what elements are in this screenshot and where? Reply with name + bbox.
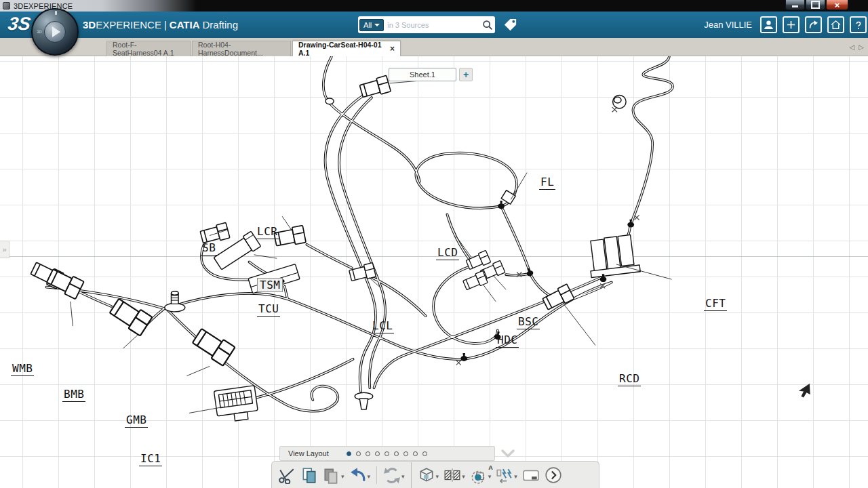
view-layout-dots[interactable] [347, 451, 427, 456]
minimize-icon[interactable] [785, 0, 805, 10]
brand-catia: CATIA [170, 19, 200, 30]
paste-button[interactable] [321, 464, 347, 487]
tab-close-icon[interactable]: × [390, 44, 395, 54]
sheet-background-button[interactable] [520, 464, 542, 487]
undo-button[interactable] [347, 464, 373, 487]
cursor-pointer [799, 384, 810, 397]
window-controls [785, 0, 848, 10]
device-ic1[interactable] [214, 386, 258, 424]
device-cft[interactable] [587, 234, 640, 277]
sheet-tab[interactable]: Sheet.1 [389, 68, 456, 81]
toolbar-separator [376, 466, 377, 484]
chevron-down-icon[interactable] [461, 469, 465, 481]
view-layout-label: View Layout [288, 449, 329, 458]
layout-dot[interactable] [384, 451, 389, 456]
funnel-grommet[interactable] [355, 392, 373, 409]
layout-dot[interactable] [366, 451, 370, 456]
fastener-clip[interactable] [613, 96, 626, 108]
share-button[interactable] [805, 16, 822, 33]
connector-fl[interactable] [501, 190, 515, 204]
compass-play-area[interactable] [44, 21, 66, 43]
panel-expand-icon[interactable] [0, 241, 9, 258]
sheet-tab-label: Sheet.1 [410, 70, 435, 79]
add-sheet-button[interactable]: + [459, 68, 473, 81]
paste-icon [323, 466, 340, 484]
more-tools-button[interactable] [542, 464, 564, 487]
window-title-area: 3DEXPERIENCE [0, 0, 197, 12]
iso-view-icon [418, 466, 435, 484]
connector-hdc[interactable] [462, 270, 488, 291]
copy-button[interactable] [298, 464, 320, 487]
view-layout-bar[interactable]: View Layout [279, 446, 495, 461]
layout-dot[interactable] [394, 451, 399, 456]
header-right-cluster: Jean VILLIE [704, 12, 868, 38]
chevron-down-icon[interactable] [435, 469, 439, 481]
harness-label-sb: SB [201, 241, 217, 256]
sheet-background-icon [522, 466, 540, 484]
chevron-down-icon[interactable] [367, 469, 371, 481]
chevron-down-icon[interactable] [401, 469, 405, 481]
more-tools-icon [545, 466, 562, 484]
app-window-icon [3, 2, 10, 9]
avatar-icon [763, 19, 774, 30]
add-content-button[interactable] [783, 16, 800, 33]
detail-view-icon [470, 466, 488, 484]
layout-dot[interactable] [422, 451, 427, 456]
tag-icon[interactable] [502, 17, 518, 33]
harness-label-bsc: BSC [517, 315, 540, 329]
layout-dot[interactable] [403, 451, 408, 456]
add-sheet-icon: + [463, 69, 469, 80]
layout-dot[interactable] [356, 451, 361, 456]
detail-view-button[interactable]: A [468, 464, 494, 487]
undo-icon [349, 466, 367, 484]
tab-scroll-right-icon[interactable] [859, 43, 864, 52]
search-box[interactable]: All [358, 16, 495, 33]
tab-drawing-carseat-active[interactable]: Drawing-CarSeat-H04-01 A.1 × [292, 41, 401, 56]
tab-scroll-left-icon[interactable] [850, 43, 855, 52]
user-name: Jean VILLIE [704, 20, 752, 30]
layout-dot-active[interactable] [347, 451, 351, 456]
play-icon [52, 26, 60, 37]
update-button[interactable] [381, 464, 407, 487]
layout-dot[interactable] [375, 451, 380, 456]
harness-label-tsm[interactable]: TSM [257, 278, 283, 292]
drawing-canvas[interactable]: FL LCR SB TSM TCU LCL LCD BSC HDC CFT RC… [0, 56, 868, 488]
3d-compass[interactable]: 3D [31, 8, 79, 56]
tab-label: Root-H04-HarnessDocument... [198, 41, 285, 57]
connector-gmb[interactable] [191, 327, 235, 366]
broken-view-button[interactable] [494, 464, 519, 487]
app-header: 3S 3DEXPERIENCE | CATIA Drafting All Jea… [0, 12, 868, 38]
brand-app-name: Drafting [203, 19, 239, 30]
help-icon [853, 20, 864, 30]
view-creation-button[interactable] [416, 464, 441, 487]
harness-label-ic1: IC1 [139, 452, 162, 466]
search-scope-dropdown[interactable]: All [359, 19, 384, 31]
chevron-down-icon[interactable] [499, 445, 517, 462]
ring-clip [326, 98, 334, 104]
close-icon[interactable] [826, 0, 848, 10]
chevron-down-icon[interactable] [340, 469, 344, 481]
section-view-button[interactable] [441, 464, 467, 487]
cut-button[interactable] [276, 464, 298, 487]
avatar[interactable] [760, 16, 777, 33]
toolbar-group-divider [411, 462, 412, 488]
home-icon [830, 19, 842, 30]
grommet[interactable] [165, 291, 185, 312]
tab-root-f-seatharness[interactable]: Root-F-SeatHarness04 A.1 [106, 41, 191, 56]
broken-view-icon [496, 466, 513, 484]
connector-wmb[interactable] [45, 267, 84, 299]
home-button[interactable] [827, 16, 844, 33]
search-scope-label: All [363, 21, 372, 29]
tab-root-h04-harnessdocument[interactable]: Root-H04-HarnessDocument... [192, 41, 291, 56]
search-input[interactable] [384, 21, 481, 29]
help-button[interactable] [850, 16, 867, 33]
layout-dot[interactable] [413, 451, 418, 456]
brand-experience: EXPERIENCE [96, 19, 161, 30]
brand-divider: | [164, 19, 167, 30]
chevron-down-icon[interactable] [513, 469, 517, 481]
update-icon [383, 466, 401, 484]
harness-label-rcd: RCD [618, 372, 641, 386]
restore-icon[interactable] [806, 0, 825, 10]
search-icon[interactable] [481, 19, 494, 31]
connector-top[interactable] [359, 75, 391, 99]
